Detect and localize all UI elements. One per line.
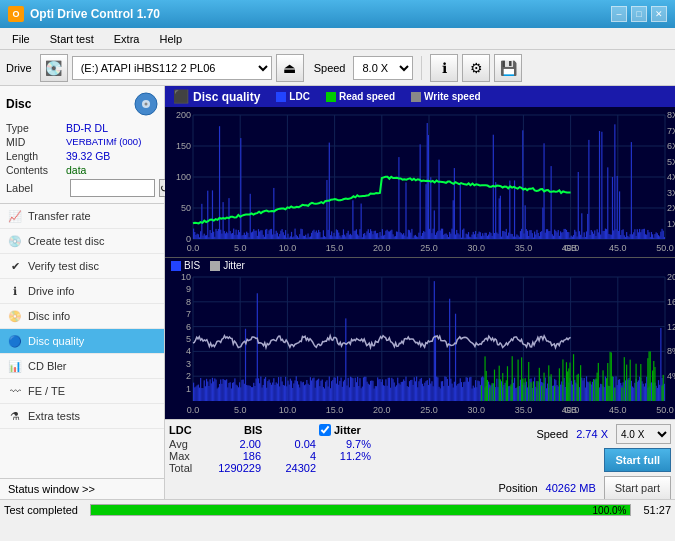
avg-label: Avg <box>169 438 214 450</box>
minimize-button[interactable]: – <box>611 6 627 22</box>
drive-select[interactable]: (E:) ATAPI iHBS112 2 PL06 <box>72 56 272 80</box>
legend-jitter: Jitter <box>210 260 245 271</box>
create-test-disc-icon: 💿 <box>8 234 22 248</box>
progress-bar-container: 100.0% <box>90 504 631 516</box>
menu-start-test[interactable]: Start test <box>42 31 102 47</box>
nav-items: 📈 Transfer rate 💿 Create test disc ✔ Ver… <box>0 204 164 478</box>
drive-info-label: Drive info <box>28 285 74 297</box>
speed-select[interactable]: 8.0 X <box>353 56 413 80</box>
charts-container: BIS Jitter <box>165 107 675 419</box>
max-label: Max <box>169 450 214 462</box>
transfer-rate-icon: 📈 <box>8 209 22 223</box>
mid-key: MID <box>6 136 66 148</box>
legend-read-speed: Read speed <box>326 91 395 102</box>
jitter-max: 11.2% <box>324 450 379 462</box>
sidebar-item-verify-test-disc[interactable]: ✔ Verify test disc <box>0 254 164 279</box>
svg-point-2 <box>145 103 148 106</box>
sidebar-item-fe-te[interactable]: 〰 FE / TE <box>0 379 164 404</box>
stats-right-panel: Speed 2.74 X 4.0 X Start full Position 4… <box>498 424 671 495</box>
speed-dropdown[interactable]: 4.0 X <box>616 424 671 444</box>
maximize-button[interactable]: □ <box>631 6 647 22</box>
menu-extra[interactable]: Extra <box>106 31 148 47</box>
status-window-label: Status window >> <box>8 483 95 495</box>
contents-value: data <box>66 164 86 176</box>
mid-value: VERBATIMf (000) <box>66 136 141 148</box>
sidebar-item-cd-bler[interactable]: 📊 CD Bler <box>0 354 164 379</box>
menu-file[interactable]: File <box>4 31 38 47</box>
save-button[interactable]: 💾 <box>494 54 522 82</box>
fe-te-icon: 〰 <box>8 384 22 398</box>
speed-row: Speed 2.74 X 4.0 X <box>536 424 671 444</box>
total-label: Total <box>169 462 214 474</box>
close-button[interactable]: ✕ <box>651 6 667 22</box>
position-row: Position 40262 MB Start part <box>498 476 671 499</box>
stats-column-main: LDC BIS Jitter Avg 2.00 0.04 9.7% Max 18… <box>169 424 379 495</box>
status-time: 51:27 <box>643 504 671 516</box>
progress-percent: 100.0% <box>593 505 627 517</box>
position-value: 40262 MB <box>546 482 596 494</box>
drive-icon-button[interactable]: 💽 <box>40 54 68 82</box>
main-content: Disc Type BD-R DL MID VERBATIMf (000) L <box>0 86 675 499</box>
stats-panel: LDC BIS Jitter Avg 2.00 0.04 9.7% Max 18… <box>165 419 675 499</box>
length-value: 39.32 GB <box>66 150 110 162</box>
sidebar-item-create-test-disc[interactable]: 💿 Create test disc <box>0 229 164 254</box>
drive-label: Drive <box>6 62 32 74</box>
contents-key: Contents <box>6 164 66 176</box>
start-part-button[interactable]: Start part <box>604 476 671 499</box>
sidebar-item-transfer-rate[interactable]: 📈 Transfer rate <box>0 204 164 229</box>
ldc-total: 1290229 <box>214 462 269 474</box>
disc-info-label: Disc info <box>28 310 70 322</box>
create-test-disc-label: Create test disc <box>28 235 104 247</box>
transfer-rate-label: Transfer rate <box>28 210 91 222</box>
sidebar-item-disc-quality[interactable]: 🔵 Disc quality <box>0 329 164 354</box>
progress-bar-fill <box>91 505 630 515</box>
top-chart <box>165 107 675 257</box>
toolbar: Drive 💽 (E:) ATAPI iHBS112 2 PL06 ⏏ Spee… <box>0 50 675 86</box>
extra-tests-icon: ⚗ <box>8 409 22 423</box>
drive-info-icon: ℹ <box>8 284 22 298</box>
label-key: Label <box>6 182 66 194</box>
chart-header: ⬛ Disc quality LDC Read speed Write spee… <box>165 86 675 107</box>
info-button[interactable]: ℹ <box>430 54 458 82</box>
speed-value: 2.74 X <box>576 428 608 440</box>
sidebar-item-disc-info[interactable]: 📀 Disc info <box>0 304 164 329</box>
bottom-chart: BIS Jitter <box>165 257 675 419</box>
jitter-total <box>324 462 379 474</box>
jitter-avg: 9.7% <box>324 438 379 450</box>
disc-section-title: Disc <box>6 97 31 111</box>
bis-max: 4 <box>269 450 324 462</box>
eject-button[interactable]: ⏏ <box>276 54 304 82</box>
bis-total: 24302 <box>269 462 324 474</box>
jitter-checkbox[interactable] <box>319 424 331 436</box>
cd-bler-label: CD Bler <box>28 360 67 372</box>
chart-area: ⬛ Disc quality LDC Read speed Write spee… <box>165 86 675 499</box>
sidebar-item-extra-tests[interactable]: ⚗ Extra tests <box>0 404 164 429</box>
settings-button[interactable]: ⚙ <box>462 54 490 82</box>
verify-test-disc-label: Verify test disc <box>28 260 99 272</box>
legend-write-speed: Write speed <box>411 91 481 102</box>
sidebar: Disc Type BD-R DL MID VERBATIMf (000) L <box>0 86 165 499</box>
action-buttons: Start full <box>604 448 671 472</box>
type-key: Type <box>6 122 66 134</box>
bis-header: BIS <box>244 424 299 436</box>
start-full-button[interactable]: Start full <box>604 448 671 472</box>
position-label: Position <box>498 482 537 494</box>
extra-tests-label: Extra tests <box>28 410 80 422</box>
avg-row: Avg 2.00 0.04 9.7% <box>169 438 379 450</box>
menu-help[interactable]: Help <box>151 31 190 47</box>
sidebar-item-drive-info[interactable]: ℹ Drive info <box>0 279 164 304</box>
type-value: BD-R DL <box>66 122 108 134</box>
fe-te-label: FE / TE <box>28 385 65 397</box>
toolbar-separator <box>421 56 422 80</box>
status-window-button[interactable]: Status window >> <box>0 478 164 499</box>
bottom-chart-canvas <box>165 273 675 419</box>
menu-bar: File Start test Extra Help <box>0 28 675 50</box>
disc-quality-label: Disc quality <box>28 335 84 347</box>
app-title: Opti Drive Control 1.70 <box>30 7 160 21</box>
speed-static-label: Speed <box>536 428 568 440</box>
label-input[interactable] <box>70 179 155 197</box>
ldc-header: LDC <box>169 424 224 436</box>
disc-icon <box>134 92 158 116</box>
ldc-avg: 2.00 <box>214 438 269 450</box>
stats-header: LDC BIS Jitter <box>169 424 379 436</box>
